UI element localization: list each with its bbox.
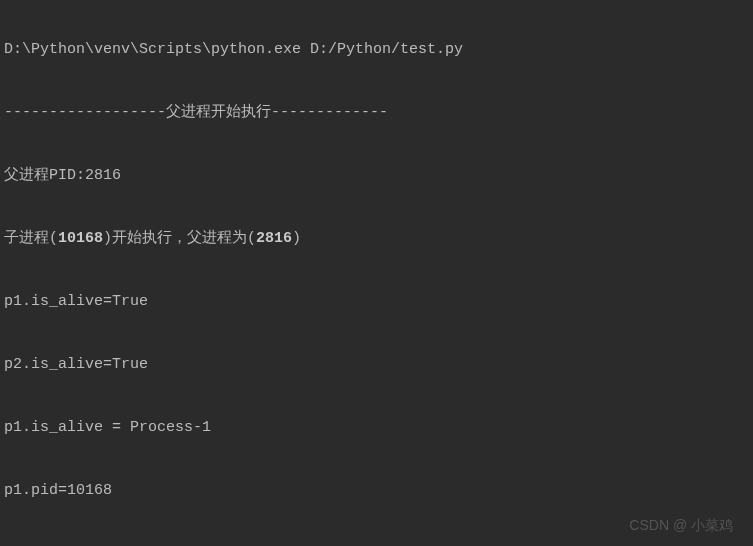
- output-line: 父进程PID:2816: [4, 160, 749, 192]
- console-output: D:\Python\venv\Scripts\python.exe D:/Pyt…: [0, 0, 753, 546]
- pid-value: 2816: [256, 230, 292, 247]
- output-line: p1.is_alive = Process-1: [4, 412, 749, 444]
- output-line: ------------------父进程开始执行-------------: [4, 97, 749, 129]
- text-segment: )开始执行，父进程为(: [103, 230, 256, 247]
- text-segment: ): [292, 230, 301, 247]
- output-line: p2.is_alive=True: [4, 349, 749, 381]
- output-line: 子进程(10168)开始执行，父进程为(2816): [4, 223, 749, 255]
- output-line: p1.pid=10168: [4, 475, 749, 507]
- watermark: CSDN @ 小菜鸡: [629, 511, 733, 540]
- output-line: p1.is_alive=True: [4, 286, 749, 318]
- output-line: D:\Python\venv\Scripts\python.exe D:/Pyt…: [4, 34, 749, 66]
- text-segment: 子进程(: [4, 230, 58, 247]
- pid-value: 10168: [58, 230, 103, 247]
